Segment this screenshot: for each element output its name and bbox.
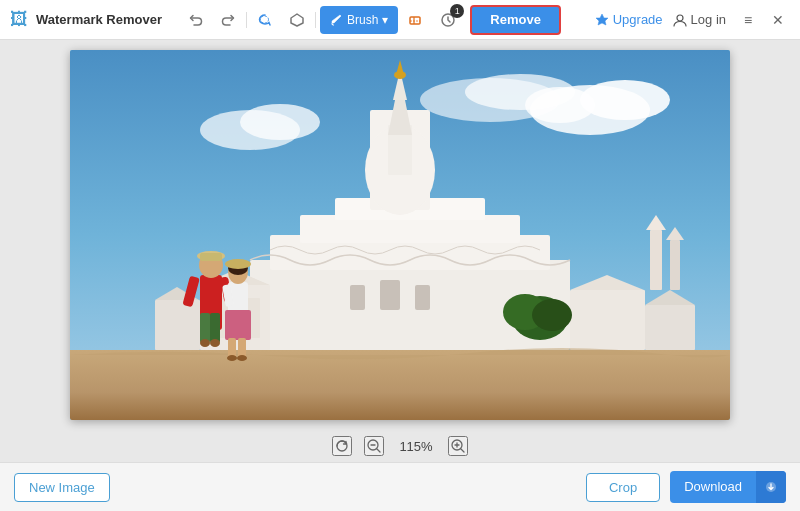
titlebar-right: Upgrade Log in ≡ ✕ <box>595 8 790 32</box>
download-arrow-icon[interactable] <box>756 471 786 503</box>
brush-tool-button[interactable]: Brush ▾ <box>320 6 398 34</box>
bottom-right-actions: Crop Download <box>586 471 786 503</box>
svg-rect-12 <box>650 230 662 290</box>
divider-2 <box>315 12 316 28</box>
svg-point-62 <box>237 355 247 361</box>
svg-point-63 <box>337 441 347 451</box>
download-label: Download <box>670 471 756 503</box>
window-controls: ≡ ✕ <box>736 8 790 32</box>
eraser-tool-button[interactable] <box>402 6 430 34</box>
svg-point-9 <box>240 104 320 140</box>
history-button[interactable]: 1 <box>434 6 462 34</box>
login-label: Log in <box>691 12 726 27</box>
image-container <box>70 50 730 420</box>
svg-rect-14 <box>670 240 680 290</box>
svg-rect-48 <box>200 253 222 261</box>
svg-point-3 <box>677 15 683 21</box>
svg-rect-38 <box>350 285 365 310</box>
bottom-bar: New Image Crop Download <box>0 462 800 511</box>
lasso-tool-button[interactable] <box>251 6 279 34</box>
svg-point-61 <box>227 355 237 361</box>
main-content <box>0 40 800 430</box>
close-button[interactable]: ✕ <box>766 8 790 32</box>
zoom-in-button[interactable] <box>448 436 468 456</box>
svg-rect-36 <box>380 280 400 310</box>
svg-point-51 <box>200 339 210 347</box>
zoom-bar: 115% <box>0 430 800 462</box>
brush-dropdown-icon: ▾ <box>382 13 388 27</box>
svg-rect-54 <box>225 310 251 340</box>
svg-rect-37 <box>415 285 430 310</box>
login-button[interactable]: Log in <box>673 12 726 27</box>
redo-button[interactable] <box>214 6 242 34</box>
svg-point-0 <box>260 16 268 23</box>
svg-rect-45 <box>210 313 220 343</box>
upgrade-button[interactable]: Upgrade <box>595 12 663 27</box>
zoom-level: 115% <box>396 439 436 454</box>
svg-point-41 <box>532 299 572 331</box>
crop-button[interactable]: Crop <box>586 473 660 502</box>
remove-button[interactable]: Remove <box>470 5 561 35</box>
undo-button[interactable] <box>182 6 210 34</box>
image-canvas[interactable] <box>70 50 730 420</box>
svg-point-52 <box>210 339 220 347</box>
svg-rect-44 <box>200 313 210 343</box>
titlebar-left: 🖼 Watermark Remover <box>10 5 561 35</box>
history-badge: 1 <box>450 4 464 18</box>
titlebar: 🖼 Watermark Remover <box>0 0 800 40</box>
zoom-out-button[interactable] <box>364 436 384 456</box>
menu-button[interactable]: ≡ <box>736 8 760 32</box>
svg-rect-32 <box>570 290 645 350</box>
app-logo-icon: 🖼 <box>10 9 28 30</box>
polygon-tool-button[interactable] <box>283 6 311 34</box>
svg-rect-34 <box>645 305 695 350</box>
svg-point-57 <box>225 259 251 269</box>
svg-rect-42 <box>70 350 730 420</box>
upgrade-label: Upgrade <box>613 12 663 27</box>
svg-rect-30 <box>155 300 200 350</box>
svg-rect-1 <box>410 17 420 24</box>
svg-point-11 <box>465 74 575 110</box>
zoom-reset-button[interactable] <box>332 436 352 456</box>
toolbar-tools: Brush ▾ 1 <box>182 6 462 34</box>
new-image-button[interactable]: New Image <box>14 473 110 502</box>
download-button[interactable]: Download <box>670 471 786 503</box>
divider-1 <box>246 12 247 28</box>
brush-label: Brush <box>347 13 378 27</box>
image-svg <box>70 50 730 420</box>
app-title: Watermark Remover <box>36 12 162 27</box>
